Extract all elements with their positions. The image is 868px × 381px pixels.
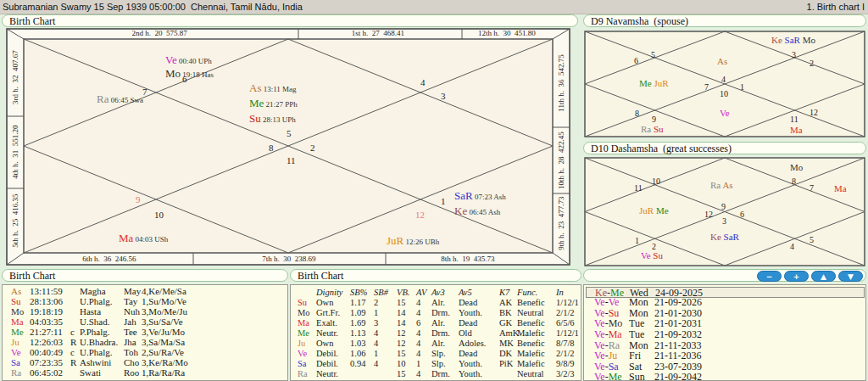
planet-label: SaR 07:23 Ash	[454, 188, 506, 202]
table-cell: 1.06	[350, 349, 365, 359]
planet-label: Su 28:13 UPh	[249, 111, 296, 125]
planet-label: Ra 06:45 Swa	[97, 92, 143, 105]
house-number: 2	[310, 143, 315, 153]
house-number: 5	[651, 51, 655, 59]
zoom-in-button[interactable]: +	[784, 271, 809, 282]
table-row: Ke06:45:02AshwiniCho3,Ke/Ra/Mo	[3, 378, 287, 381]
window-titlebar: Subramanian Swamy 15 Sep 1939 05:00:00 C…	[0, 0, 868, 14]
table-cell: Cho	[124, 357, 139, 367]
house-cusp-label: 5th h. 25 416.35	[12, 193, 19, 247]
house-number: 8	[269, 143, 274, 153]
table-cell: Neutral	[517, 369, 544, 379]
column-header: K7	[499, 288, 509, 298]
house-number: 9	[652, 115, 656, 124]
table-cell: 4	[416, 298, 420, 308]
planet-label: Ma 04:03 USh	[119, 231, 168, 244]
planet-abbr: Ve	[720, 108, 730, 118]
house-number: 6	[634, 57, 638, 65]
table-cell: 1	[416, 359, 420, 369]
table-cell: Ashwini	[80, 357, 111, 367]
table-cell: 2	[374, 298, 378, 308]
table-cell: 3	[374, 318, 378, 328]
house-cusp-label: 10th h. 28 422.45	[558, 132, 565, 189]
native-data-summary: Subramanian Swamy 15 Sep 1939 05:00:00 C…	[3, 0, 303, 14]
dignity-panel-title: Birth Chart	[290, 269, 581, 282]
table-cell: 1,Su/Mo/Ve	[142, 296, 186, 306]
house-cusp-label: 9th h. 23 477.73	[558, 196, 565, 249]
column-header: SB%	[350, 288, 367, 298]
table-cell: Youth.	[459, 369, 482, 379]
dasha-row[interactable]: Ve-MaTue21-09-2032	[586, 329, 865, 340]
table-cell: Ve	[11, 347, 21, 357]
table-cell: 19:18:19	[30, 306, 63, 317]
planet-abbr: Su	[651, 124, 663, 134]
dasha-row[interactable]: Ve-SuMon21-01-2030	[586, 308, 865, 319]
house-number: 10	[154, 210, 164, 220]
table-cell: Dead	[459, 318, 477, 328]
vimshottari-panel-title: Vimshottari − + ▲ ▼	[583, 269, 866, 282]
dasha-row[interactable]: Ke-MeWed24-09-2025	[586, 287, 865, 298]
table-cell: Youth.	[459, 359, 482, 369]
planet-abbr: SaR	[782, 35, 800, 45]
table-cell: 4	[416, 339, 420, 349]
planet-label: Ke 06:45 Ash	[454, 204, 500, 217]
table-cell: 3,Mo/Me/Ju	[142, 306, 187, 317]
table-cell: 4,Ke/Me/Sa	[142, 286, 186, 296]
table-cell: 12	[397, 328, 406, 339]
table-cell: 3,Ke/Ra/Mo	[142, 357, 188, 367]
table-cell: Tee	[124, 327, 137, 337]
house-number: 1	[441, 197, 446, 206]
table-cell: 3,Sa/Ma/Sa	[142, 337, 185, 347]
planet-abbr: Me	[249, 97, 264, 109]
table-cell: 1	[374, 349, 378, 359]
column-header: SB#	[374, 288, 388, 298]
column-header: Av5	[459, 288, 472, 298]
table-cell: Alr.	[431, 298, 445, 308]
table-cell: Mo	[11, 306, 24, 317]
table-cell: Youth.	[459, 308, 482, 318]
scroll-down-button[interactable]: ▼	[838, 271, 863, 282]
planet-abbr: Ra	[97, 92, 108, 105]
planet-abbr: Ve	[641, 250, 651, 261]
dasha-row[interactable]: Ve-VeMon21-09-2026	[586, 297, 865, 308]
house-number: 1	[740, 83, 744, 92]
house-number: 12	[704, 210, 713, 219]
house-number: 8	[792, 177, 796, 186]
planet-cluster: As	[717, 57, 727, 66]
dasha-row[interactable]: Ve-MeSun21-09-2042	[586, 372, 865, 381]
north-indian-chart-lines	[2, 14, 578, 266]
house-number: 11	[287, 156, 296, 165]
table-cell: 15	[397, 349, 406, 359]
table-cell: 4	[374, 328, 378, 339]
table-cell: Magha	[80, 286, 106, 296]
planet-abbr: SaR	[454, 189, 473, 202]
table-cell: 07:23:35	[30, 357, 63, 367]
planet-abbr: JuR	[639, 205, 654, 216]
table-cell: Sa	[11, 357, 20, 367]
table-row: Me21:27:11cP.Phalg.Tee3,Ve/Ju/Mo	[3, 327, 287, 337]
zoom-out-button[interactable]: −	[757, 271, 782, 282]
table-cell: 1/12/1	[556, 328, 579, 339]
dasha-row[interactable]: Ve-RaMon21-11-2033	[586, 340, 865, 351]
scroll-up-button[interactable]: ▲	[811, 271, 836, 282]
table-row: MaExalt.1.693146Alr.DeadGKBenefic6/5/6	[291, 318, 581, 328]
table-cell: Hasta	[80, 306, 101, 317]
dasha-row[interactable]: Ve-JuFri21-11-2036	[586, 350, 865, 361]
table-cell: MK	[499, 339, 514, 349]
dasha-lord-minor: Me	[609, 371, 622, 381]
planet-degree: 28:13 UPh	[261, 115, 296, 124]
table-row: Ve00:40:49cU.Phalg.Toh2,Su/Ra/Ve	[3, 347, 287, 357]
planet-abbr: Mo	[800, 35, 815, 45]
planet-degree: 07:23 Ash	[473, 193, 506, 201]
table-row: MeNeutr.1.134124Drm.OldAmKMalefic1/12/1	[291, 328, 581, 339]
planet-abbr: Ma	[834, 183, 847, 193]
table-cell: Nuh	[124, 306, 140, 317]
table-cell: Own	[316, 339, 333, 349]
app-window: Subramanian Swamy 15 Sep 1939 05:00:00 C…	[0, 0, 868, 381]
table-cell: Jha	[124, 337, 136, 347]
table-cell: Ju	[11, 337, 19, 347]
planet-degree: 19:18 Has	[181, 70, 214, 79]
dasha-row[interactable]: Ve-SaSat23-07-2039	[586, 361, 865, 373]
house-number: 4	[790, 243, 794, 251]
dasha-row[interactable]: Ve-MoTue21-01-2031	[586, 318, 865, 329]
